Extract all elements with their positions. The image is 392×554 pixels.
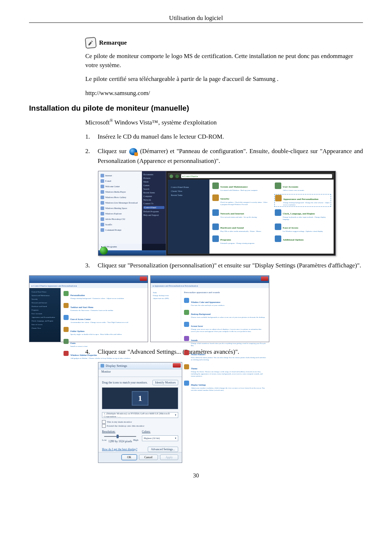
appearance-item[interactable]: Taskbar and Start MenuCustomize the Star…	[64, 303, 145, 312]
cp-category[interactable]: Network and InternetView network status …	[212, 209, 268, 221]
cp-category[interactable]: System and MaintenanceGet started with W…	[212, 182, 268, 192]
pers-item[interactable]: Screen SaverChange your screen saver or …	[184, 322, 266, 333]
pers-item[interactable]: ThemeChange the theme. Themes can change…	[184, 364, 266, 377]
start-menu-right-item[interactable]: Default Programs	[143, 210, 164, 213]
cp-category[interactable]: Additional Options	[275, 235, 331, 245]
start-menu-right-item[interactable]: Games	[143, 184, 164, 186]
pers-item[interactable]: SoundsChange which sounds are heard when…	[184, 336, 266, 347]
pers-side-item[interactable]: Adjust font size (DPI)	[153, 297, 179, 299]
identify-monitors-button[interactable]: Identify Monitors	[152, 380, 178, 385]
resolution-slider[interactable]: Low High	[102, 435, 138, 438]
appearance-item[interactable]: PersonalizationChange desktop background…	[64, 291, 145, 300]
start-menu-right-item[interactable]: Connect To	[143, 202, 164, 205]
monitor-select[interactable]: 1. (Multiple Monitors) on NVIDIA GeForce…	[102, 412, 178, 418]
appearance-side-item[interactable]: Control Panel Home	[32, 291, 58, 293]
item-icon	[64, 291, 69, 296]
start-menu-right-item[interactable]: Computer	[143, 195, 164, 197]
advanced-settings-button[interactable]: Advanced Settings...	[148, 447, 178, 452]
appearance-side-item[interactable]: Ease of Access	[32, 324, 58, 325]
chk-extend-desktop[interactable]: Extend the desktop onto this monitor	[102, 424, 178, 428]
start-menu-right-item[interactable]: Documents	[143, 173, 164, 176]
start-menu-item[interactable]: Windows Live Messenger Download	[101, 201, 140, 205]
appearance-item[interactable]: FontsInstall or remove a font	[64, 339, 145, 348]
appearance-side-item[interactable]: Security	[32, 298, 58, 300]
start-menu-item[interactable]: Adobe Photoshop CS2	[101, 217, 140, 221]
appearance-breadcrumb[interactable]: ▸ Control Panel ▸ Appearance and Persona…	[29, 283, 148, 288]
app-icon	[101, 223, 104, 226]
apply-button[interactable]: Apply	[160, 455, 178, 460]
step-3-num: 3.	[85, 261, 98, 270]
pers-side-item[interactable]: Change desktop icons	[153, 295, 179, 296]
slider-thumb-icon[interactable]	[117, 435, 119, 438]
step-2-pre: Cliquez sur	[98, 148, 126, 155]
start-menu-item[interactable]: Windows Explorer	[101, 212, 140, 216]
appearance-side-item[interactable]: Appearance and Personalization	[32, 316, 58, 318]
start-menu-item[interactable]: Windows Media Player	[101, 190, 140, 194]
pers-item[interactable]: Display SettingsAdjust your monitor reso…	[184, 381, 266, 391]
appearance-side-item[interactable]: Hardware and Sound	[32, 305, 58, 307]
cp-side-item[interactable]: Recent Tasks	[171, 194, 207, 196]
appearance-side-item[interactable]: System and Maintenance	[32, 295, 58, 296]
start-menu-item[interactable]: Welcome Center	[101, 184, 140, 189]
close-icon[interactable]	[173, 363, 181, 368]
start-menu-right-item[interactable]: Music	[143, 181, 164, 183]
appearance-item[interactable]: Ease of Access CenterAccommodate low vis…	[64, 315, 145, 324]
chk-main-monitor[interactable]: This is my main monitor	[102, 420, 178, 424]
app-icon	[101, 185, 104, 188]
start-menu-item[interactable]: Internet	[101, 173, 140, 178]
start-menu-right: DocumentsPicturesMusicGamesSearchRecent …	[142, 171, 166, 244]
appearance-side-item[interactable]: User Accounts	[32, 313, 58, 315]
start-button-icon[interactable]	[100, 247, 108, 255]
cp-category[interactable]: User AccountsAdd or remove user accounts	[275, 182, 331, 192]
cancel-button[interactable]: Cancel	[139, 455, 158, 460]
remarque-row: Remarque	[85, 37, 363, 48]
close-icon[interactable]	[140, 276, 147, 281]
pencil-note-icon	[85, 37, 97, 49]
appearance-item[interactable]: Folder OptionsSpecify single- or double-…	[64, 327, 145, 336]
cp-category[interactable]: SecurityCheck for updates · Check this c…	[212, 194, 268, 206]
start-menu-item[interactable]: Windows Photo Gallery	[101, 195, 140, 200]
colors-label: Colors:	[142, 430, 178, 433]
chevron-down-icon: ▾	[175, 437, 176, 440]
cp-category[interactable]: ProgramsUninstall a program · Change sta…	[212, 235, 268, 245]
appearance-side-item[interactable]: Classic View	[32, 327, 58, 329]
close-icon[interactable]	[261, 276, 268, 281]
ds-preview[interactable]: 1	[102, 387, 178, 409]
start-menu-right-item[interactable]: Recent Items	[143, 192, 164, 194]
cp-category[interactable]: Hardware and SoundPlay CDs or other medi…	[212, 223, 268, 233]
forward-icon[interactable]	[175, 175, 179, 178]
appearance-side-item[interactable]: Clock, Language, and Region	[32, 320, 58, 322]
appearance-side-item[interactable]: Programs	[32, 309, 58, 311]
category-icon	[275, 235, 281, 242]
monitor-1-icon[interactable]: 1	[132, 391, 148, 406]
cp-side-item[interactable]: Control Panel Home	[171, 186, 207, 188]
section-heading: Installation du pilote de moniteur (manu…	[29, 104, 363, 112]
pers-item[interactable]: Desktop BackgroundChoose from available …	[184, 310, 266, 319]
back-icon[interactable]	[170, 175, 173, 178]
start-menu-item[interactable]: E-mail	[101, 179, 140, 183]
start-menu-right-item[interactable]: Pictures	[143, 177, 164, 179]
cp-side-item[interactable]: Classic View	[171, 190, 207, 192]
start-menu-right-item[interactable]: Search	[143, 188, 164, 190]
start-menu-right-item[interactable]: Network	[143, 199, 164, 201]
ok-button[interactable]: OK	[122, 455, 137, 460]
pers-item[interactable]: Window Color and AppearanceFine tune the…	[184, 298, 266, 307]
cp-category[interactable]: Ease of AccessLet Windows suggest settin…	[275, 223, 331, 233]
appearance-side-item[interactable]: Network and Internet	[32, 302, 58, 304]
appearance-item[interactable]: Windows Sidebar PropertiesAdd gadgets to…	[64, 351, 145, 360]
ds-tab-monitor[interactable]: Monitor	[98, 369, 182, 377]
colors-select[interactable]: Highest (32 bit)▾	[142, 435, 178, 441]
cp-category[interactable]: Clock, Language, and RegionChange keyboa…	[275, 209, 331, 221]
pers-side-item[interactable]: Tasks	[153, 292, 179, 294]
cp-breadcrumb[interactable]: ▸ Control Panel ▸	[181, 174, 332, 178]
cp-category[interactable]: Appearance and PersonalizationChange des…	[275, 194, 331, 206]
start-menu-right-item[interactable]: Control Panel	[143, 206, 164, 209]
pers-item[interactable]: Mouse PointersPick a different mouse poi…	[184, 350, 266, 361]
start-menu-item[interactable]: Command Prompt	[101, 228, 140, 232]
start-menu-item[interactable]: ScanDo	[101, 222, 140, 227]
step-1-text: Insérez le CD du manuel dans le lecteur …	[98, 132, 363, 141]
help-link[interactable]: How do I get the best display?	[102, 448, 137, 451]
personalization-breadcrumb[interactable]: ▸ Appearance and Personalization ▸ Perso…	[151, 283, 269, 288]
start-menu-right-item[interactable]: Help and Support	[143, 214, 164, 216]
start-menu-item[interactable]: Windows Meeting Space	[101, 206, 140, 210]
